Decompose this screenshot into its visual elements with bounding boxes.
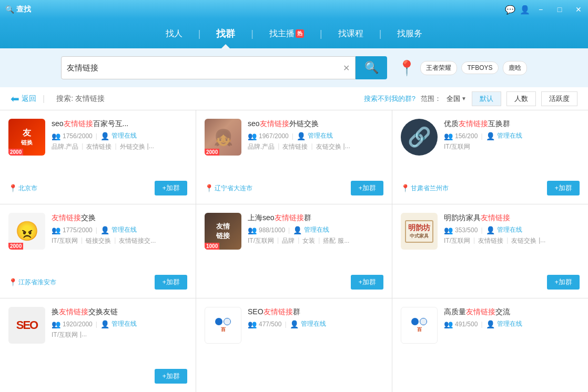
admin-icon: 👤 xyxy=(290,320,299,328)
nav-find-streamer[interactable]: 找主播热 xyxy=(254,19,320,48)
search-box: ✕ xyxy=(61,56,356,79)
members-count: 1756/2000 xyxy=(63,132,93,140)
group-grid: 友 链换 2000 seo友情链接百家号互... 👥 1756/2000 | 👤… xyxy=(0,110,588,392)
nav-find-group[interactable]: 找群 xyxy=(200,19,251,48)
group-tag: 友链交换 xyxy=(511,236,536,245)
group-tag: 女装 xyxy=(302,236,315,245)
name-plain: seo xyxy=(52,119,64,128)
trending-tag-1[interactable]: 王者荣耀 xyxy=(420,61,457,75)
name-rest: 百家号互... xyxy=(93,119,129,128)
name-highlight: 友情链接 xyxy=(459,119,488,128)
hot-badge: 热 xyxy=(296,29,304,38)
group-avatar: 友情链接 1000 xyxy=(205,213,241,250)
group-info: 明韵坊家具友情链接 👥 353/500 | 👤 管理在线 IT/互联网 | 友情… xyxy=(444,213,580,250)
admin-icon: 👤 xyxy=(486,226,495,234)
group-info: 上海seo友情链接群 👥 988/1000 | 👤 管理在线 IT/互联网 | … xyxy=(248,213,383,250)
group-card-top: 明韵坊 中式家具 明韵坊家具友情链接 👥 353/500 | 👤 管理在线 xyxy=(401,213,580,250)
search-input[interactable] xyxy=(67,64,340,73)
sort-activity-button[interactable]: 活跃度 xyxy=(541,91,577,106)
group-tag: 友链交换 xyxy=(316,142,341,151)
members-icon: 👥 xyxy=(52,226,60,234)
group-card: 百 SEO友情链接群 👥 477/500 | 👤 管理在线 xyxy=(196,298,392,392)
search-button[interactable]: 🔍 xyxy=(356,56,387,79)
user-icon[interactable]: 👤 xyxy=(520,5,530,15)
minimize-button[interactable]: − xyxy=(531,0,550,19)
maximize-button[interactable]: □ xyxy=(550,0,569,19)
join-button[interactable]: +加群 xyxy=(351,275,383,290)
location-pin-icon: 📍 xyxy=(8,278,17,286)
group-card-top: 🔗 优质友情链接互换群 👥 156/200 | 👤 管理在线 IT/互联网 xyxy=(401,119,580,156)
members-icon: 👥 xyxy=(444,132,453,140)
group-tag: |... xyxy=(539,236,545,245)
name-rest: 交流 xyxy=(495,307,510,316)
name-plain: 上海seo xyxy=(248,213,275,222)
avatar-badge: 2000 xyxy=(8,243,23,250)
group-tag: IT/互联网 xyxy=(444,236,470,245)
sort-default-button[interactable]: 默认 xyxy=(472,91,501,106)
trending-tag-2[interactable]: TFBOYS xyxy=(461,61,498,74)
sort-members-button[interactable]: 人数 xyxy=(506,91,536,106)
group-avatar: 😠 2000 xyxy=(8,213,45,250)
close-button[interactable]: ✕ xyxy=(569,0,588,19)
group-info: 高质量友情链接交流 👥 491/500 | 👤 管理在线 xyxy=(444,307,580,344)
title-bar-icons: 💬 👤 xyxy=(505,5,530,15)
name-rest: 交换友链 xyxy=(88,307,118,316)
group-status: 管理在线 xyxy=(308,131,333,140)
join-button[interactable]: +加群 xyxy=(155,369,187,384)
join-button[interactable]: +加群 xyxy=(155,181,187,195)
trending-tag-3[interactable]: 鹿晗 xyxy=(503,61,527,75)
no-result-link[interactable]: 搜索不到我的群? xyxy=(364,94,415,104)
name-highlight: 友情链接 xyxy=(59,307,88,316)
message-icon[interactable]: 💬 xyxy=(505,5,515,15)
group-name: seo友情链接百家号互... xyxy=(52,119,187,128)
group-footer xyxy=(205,379,383,384)
group-tags: 品牌.产品 | 友情链接 | 外链交换 |... xyxy=(52,142,187,151)
join-button[interactable]: +加群 xyxy=(351,181,383,195)
group-members: 👥 477/500 | 👤 管理在线 xyxy=(248,319,383,328)
location-text: 甘肃省兰州市 xyxy=(411,184,449,193)
members-count: 1775/2000 xyxy=(63,226,93,234)
admin-icon: 👤 xyxy=(486,132,495,140)
group-members: 👥 1756/2000 | 👤 管理在线 xyxy=(52,131,187,140)
nav-find-service[interactable]: 找服务 xyxy=(381,19,438,48)
group-tag: 品牌.产品 xyxy=(248,142,275,151)
avatar-image: 🔗 xyxy=(408,126,431,148)
clear-button[interactable]: ✕ xyxy=(343,63,350,73)
group-card: 明韵坊 中式家具 明韵坊家具友情链接 👥 353/500 | 👤 管理在线 xyxy=(392,204,588,298)
group-tag: 服... xyxy=(338,236,349,245)
group-card: 友 链换 2000 seo友情链接百家号互... 👥 1756/2000 | 👤… xyxy=(0,110,196,204)
back-arrow-icon: ⬅ xyxy=(11,92,19,105)
back-button[interactable]: ⬅ 返回 xyxy=(11,92,36,105)
location-pin-icon: 📍 xyxy=(205,184,214,192)
search-icon: 🔍 xyxy=(364,61,379,75)
members-count: 353/500 xyxy=(455,226,478,234)
group-location: 📍 辽宁省大连市 xyxy=(205,184,252,193)
group-tag: 友情链接 xyxy=(86,142,111,151)
group-avatar: 百 xyxy=(205,307,241,344)
range-selector[interactable]: 全国 ▼ xyxy=(447,94,467,104)
group-members: 👥 353/500 | 👤 管理在线 xyxy=(444,225,580,234)
name-rest: 群 xyxy=(293,307,300,316)
members-count: 1920/2000 xyxy=(63,321,93,328)
location-pin-icon: 📍 xyxy=(8,184,17,192)
group-name: seo友情链接外链交换 xyxy=(248,119,383,128)
name-plain: 优质 xyxy=(444,119,459,128)
join-button[interactable]: +加群 xyxy=(547,275,580,290)
group-members: 👥 1967/2000 | 👤 管理在线 xyxy=(248,131,383,140)
group-tag: 友情链接 xyxy=(282,142,308,151)
range-label: 范围： xyxy=(421,94,441,104)
group-footer: 📍 甘肃省兰州市 +加群 xyxy=(401,177,580,195)
group-members: 👥 156/200 | 👤 管理在线 xyxy=(444,131,580,140)
location-text: 北京市 xyxy=(18,184,37,193)
members-icon: 👥 xyxy=(248,320,257,328)
name-rest: 交换 xyxy=(81,213,96,222)
group-avatar: 友 链换 2000 xyxy=(8,119,45,156)
join-button[interactable]: +加群 xyxy=(155,275,187,290)
nav-find-people[interactable]: 找人 xyxy=(150,19,198,48)
group-tags: IT/互联网 | 链接交换 | 友情链接交... xyxy=(52,236,187,245)
join-button[interactable]: +加群 xyxy=(547,181,580,195)
nav-find-course[interactable]: 找课程 xyxy=(322,19,379,48)
admin-icon: 👤 xyxy=(100,320,109,328)
group-card: 😠 2000 友情链接交换 👥 1775/2000 | 👤 管理在线 IT/互联… xyxy=(0,204,196,298)
name-highlight: 友情链接 xyxy=(52,213,81,222)
